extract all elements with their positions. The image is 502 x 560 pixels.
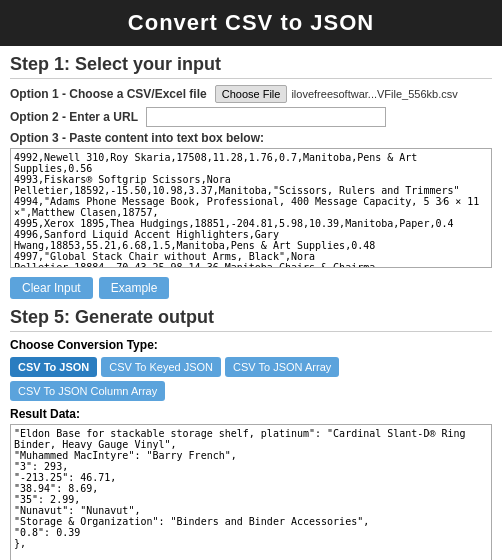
step1-section: Step 1: Select your input Option 1 - Cho… xyxy=(10,54,492,299)
step5-title: Step 5: Generate output xyxy=(10,307,492,332)
clear-input-button[interactable]: Clear Input xyxy=(10,277,93,299)
file-input-row: Choose File ilovefreesoftwar...VFile_556… xyxy=(215,85,458,103)
option1-label: Option 1 - Choose a CSV/Excel file xyxy=(10,87,207,101)
option1-row: Option 1 - Choose a CSV/Excel file Choos… xyxy=(10,85,492,103)
option3-label: Option 3 - Paste content into text box b… xyxy=(10,131,492,145)
option2-label: Option 2 - Enter a URL xyxy=(10,110,138,124)
choose-file-button[interactable]: Choose File xyxy=(215,85,288,103)
conv-btn-json[interactable]: CSV To JSON xyxy=(10,357,97,377)
result-textarea[interactable] xyxy=(10,424,492,560)
result-label: Result Data: xyxy=(10,407,492,421)
option3-section: Option 3 - Paste content into text box b… xyxy=(10,131,492,271)
url-input[interactable] xyxy=(146,107,386,127)
example-button[interactable]: Example xyxy=(99,277,170,299)
action-buttons-row: Clear Input Example xyxy=(10,277,492,299)
conv-btn-keyed-json[interactable]: CSV To Keyed JSON xyxy=(101,357,221,377)
step1-title: Step 1: Select your input xyxy=(10,54,492,79)
csv-textarea[interactable] xyxy=(10,148,492,268)
conv-btn-json-array[interactable]: CSV To JSON Array xyxy=(225,357,339,377)
page-header: Convert CSV to JSON xyxy=(0,0,502,46)
conversion-buttons: CSV To JSON CSV To Keyed JSON CSV To JSO… xyxy=(10,357,492,401)
option2-row: Option 2 - Enter a URL xyxy=(10,107,492,127)
file-name-display: ilovefreesoftwar...VFile_556kb.csv xyxy=(291,88,457,100)
conversion-type-label: Choose Conversion Type: xyxy=(10,338,492,352)
step5-section: Step 5: Generate output Choose Conversio… xyxy=(10,307,492,560)
header-title: Convert CSV to JSON xyxy=(128,10,374,35)
conv-btn-column-array[interactable]: CSV To JSON Column Array xyxy=(10,381,165,401)
